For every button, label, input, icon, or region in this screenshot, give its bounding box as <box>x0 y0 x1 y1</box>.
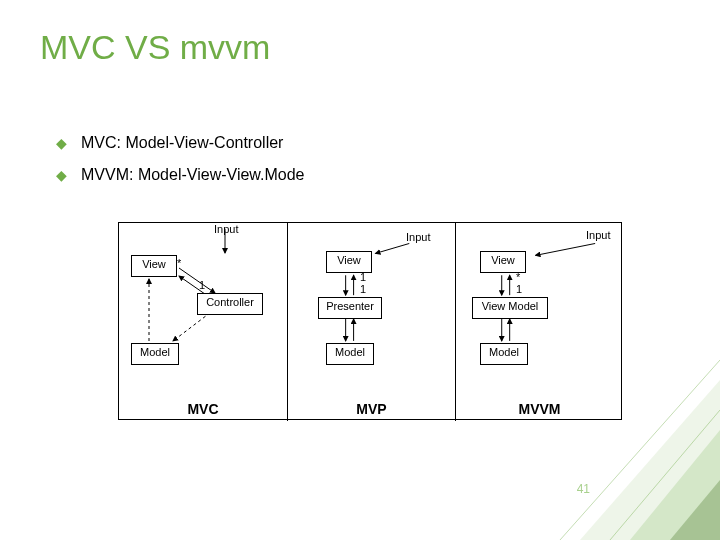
pattern-name: MVVM <box>456 401 623 417</box>
view-box: View <box>326 251 372 273</box>
presenter-box: Presenter <box>318 297 382 319</box>
bullet-text: MVVM: Model-View-View.Mode <box>81 166 305 184</box>
svg-line-5 <box>375 243 409 253</box>
view-box: View <box>131 255 177 277</box>
bullet-text: MVC: Model-View-Controller <box>81 134 283 152</box>
diagram-column-mvvm: Input View View Model Model * 1 MVVM <box>455 223 623 421</box>
model-box: Model <box>131 343 179 365</box>
mult-one: 1 <box>516 283 522 295</box>
input-label: Input <box>586 229 610 241</box>
mult-star: * <box>516 271 520 283</box>
bullet-icon: ◆ <box>56 167 67 183</box>
diagram: Input View Controller Model * 1 MVC Inpu… <box>118 222 622 420</box>
pattern-name: MVP <box>288 401 455 417</box>
input-label: Input <box>406 231 430 243</box>
svg-marker-17 <box>670 480 720 540</box>
mult-one: 1 <box>360 283 366 295</box>
viewmodel-box: View Model <box>472 297 548 319</box>
controller-box: Controller <box>197 293 263 315</box>
slide: MVC VS mvvm ◆ MVC: Model-View-Controller… <box>0 0 720 540</box>
arrows-icon <box>119 223 287 421</box>
input-label: Input <box>214 223 238 235</box>
svg-marker-16 <box>630 430 720 540</box>
mult-one: 1 <box>199 279 205 291</box>
svg-line-19 <box>610 410 720 540</box>
list-item: ◆ MVVM: Model-View-View.Mode <box>56 166 305 184</box>
page-number: 41 <box>577 482 590 496</box>
list-item: ◆ MVC: Model-View-Controller <box>56 134 305 152</box>
bullet-list: ◆ MVC: Model-View-Controller ◆ MVVM: Mod… <box>56 120 305 198</box>
diagram-column-mvp: Input View Presenter Model 1 1 MVP <box>287 223 455 421</box>
slide-title: MVC VS mvvm <box>40 28 270 67</box>
diagram-column-mvc: Input View Controller Model * 1 MVC <box>119 223 287 421</box>
svg-line-1 <box>179 268 215 293</box>
model-box: Model <box>480 343 528 365</box>
pattern-name: MVC <box>119 401 287 417</box>
svg-line-10 <box>536 243 596 255</box>
model-box: Model <box>326 343 374 365</box>
mult-star: * <box>177 257 181 269</box>
bullet-icon: ◆ <box>56 135 67 151</box>
mult-one: 1 <box>360 271 366 283</box>
view-box: View <box>480 251 526 273</box>
